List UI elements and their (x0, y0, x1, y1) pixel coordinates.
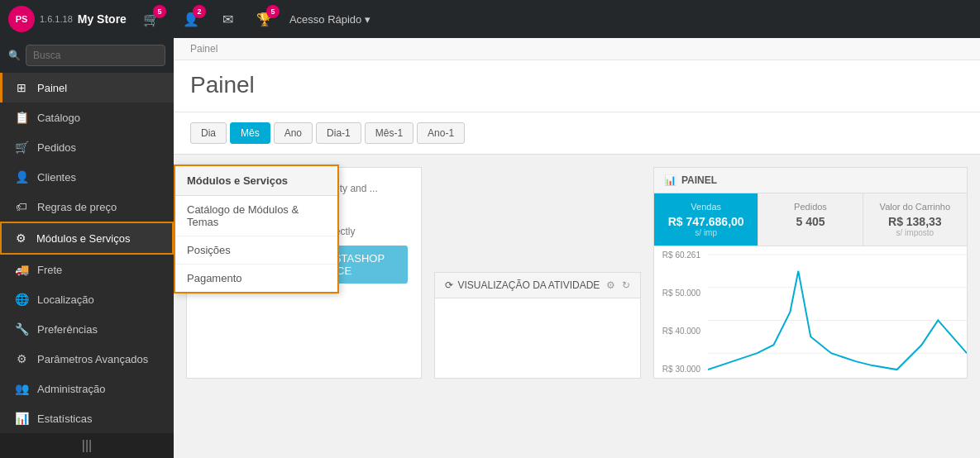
chart-label-0: R$ 60.261 (658, 250, 704, 260)
refresh-icon[interactable]: ↻ (622, 279, 630, 291)
page-header: Painel (174, 60, 980, 112)
sidebar-label-painel: Painel (37, 82, 67, 94)
activity-panel: ⟳ VISUALIZAÇÃO DA ATIVIDADE ⚙ ↻ (434, 272, 642, 379)
sidebar-collapse-btn[interactable]: ||| (0, 433, 174, 458)
location-icon: 🌐 (14, 293, 29, 306)
modules-icon: ⚙ (13, 231, 28, 245)
orders-icon: 🛒 (14, 141, 29, 154)
sidebar-label-catalogo: Catálogo (37, 112, 80, 124)
stat-carrinho-label: Valor do Carrinho (872, 202, 958, 212)
stat-vendas[interactable]: Vendas R$ 747.686,00 s/ imp (654, 193, 758, 246)
stat-pedidos-label: Pedidos (767, 202, 853, 212)
chart-yaxis: R$ 60.261 R$ 50.000 R$ 40.000 R$ 30.000 (654, 246, 708, 378)
sidebar-item-catalogo[interactable]: 📋 Catálogo (0, 103, 174, 132)
tab-dia[interactable]: Dia (190, 122, 227, 144)
search-bar: 🔍 (0, 38, 174, 73)
dropdown-item-1[interactable]: Posições (175, 236, 337, 265)
sidebar-label-parametros: Parâmetros Avançados (37, 353, 148, 365)
sidebar-label-regras: Regras de preço (37, 201, 117, 213)
activity-header: ⟳ VISUALIZAÇÃO DA ATIVIDADE ⚙ ↻ (435, 273, 641, 298)
collapse-icon: ||| (82, 438, 92, 453)
tab-dia1[interactable]: Dia-1 (316, 122, 361, 144)
activity-title: ⟳ VISUALIZAÇÃO DA ATIVIDADE (445, 279, 600, 291)
sidebar-item-clientes[interactable]: 👤 Clientes (0, 162, 174, 192)
top-navbar: PS 1.6.1.18 My Store 🛒 5 👤 2 ✉ 🏆 5 Acess… (0, 0, 980, 38)
stat-carrinho-subtext: s/ imposto (872, 228, 958, 237)
shipping-icon: 🚚 (14, 263, 29, 276)
preferences-icon: 🔧 (14, 322, 29, 336)
chart-label-1: R$ 50.000 (658, 289, 704, 298)
sidebar-item-regras[interactable]: 🏷 Regras de preço (0, 192, 174, 222)
customers-icon: 👤 (14, 170, 29, 184)
stat-vendas-subtext: s/ imp (662, 228, 749, 237)
stat-vendas-label: Vendas (662, 202, 749, 212)
admin-icon: 👥 (14, 382, 29, 395)
filter-tabs: Dia Mês Ano Dia-1 Mês-1 Ano-1 (174, 112, 980, 155)
sidebar-label-administracao: Administração (37, 383, 105, 395)
content-area: Painel Painel Dia Mês Ano Dia-1 Mês-1 An… (174, 38, 980, 458)
user-icon-btn[interactable]: 👤 2 (176, 8, 206, 31)
painel-header: 📊 PAINEL (653, 167, 968, 193)
module-panel-placeholder (434, 167, 642, 272)
logo-area: PS 1.6.1.18 My Store (8, 6, 127, 32)
sidebar-label-frete: Frete (37, 264, 62, 276)
dropdown-item-0[interactable]: Catálogo de Módulos & Temas (175, 196, 337, 236)
price-rules-icon: 🏷 (14, 200, 29, 213)
sidebar-label-preferencias: Preferências (37, 323, 98, 336)
left-panels: ⟳ VISUALIZAÇÃO DA ATIVIDADE ⚙ ↻ (434, 167, 642, 379)
tab-ano1[interactable]: Ano-1 (417, 122, 465, 144)
chart-area: R$ 60.261 R$ 50.000 R$ 40.000 R$ 30.000 (653, 246, 968, 379)
chevron-down-icon: ▾ (365, 13, 370, 26)
clock-icon: ⟳ (445, 279, 453, 291)
stat-carrinho-value: R$ 138,33 (872, 215, 958, 228)
search-icon: 🔍 (8, 50, 21, 61)
advanced-icon: ⚙ (14, 352, 29, 365)
sidebar-item-administracao[interactable]: 👥 Administração (0, 374, 174, 403)
sidebar-item-modulos[interactable]: ⚙ Módulos e Serviços (0, 222, 174, 255)
store-name: My Store (78, 12, 127, 26)
chart-icon: 📊 (664, 174, 676, 186)
dashboard-icon: ⊞ (14, 81, 29, 94)
user-badge: 2 (193, 5, 206, 18)
trophy-badge: 5 (266, 5, 280, 18)
tab-mes1[interactable]: Mês-1 (365, 122, 414, 144)
email-icon-btn[interactable]: ✉ (216, 8, 240, 31)
sidebar-label-pedidos: Pedidos (37, 141, 76, 154)
search-input[interactable] (26, 45, 165, 66)
dashboard-panel: 📊 PAINEL Vendas R$ 747.686,00 s/ imp Ped… (653, 167, 968, 379)
cart-badge: 5 (153, 5, 166, 18)
cart-icon-btn[interactable]: 🛒 5 (136, 8, 166, 31)
stat-vendas-value: R$ 747.686,00 (662, 215, 749, 228)
tab-mes[interactable]: Mês (230, 122, 270, 144)
settings-icon[interactable]: ⚙ (606, 279, 615, 291)
stat-pedidos-value: 5 405 (767, 215, 853, 228)
sidebar-label-clientes: Clientes (37, 171, 76, 184)
sidebar-item-parametros[interactable]: ⚙ Parâmetros Avançados (0, 344, 174, 374)
acesso-rapido-btn[interactable]: Acesso Rápido ▾ (289, 13, 370, 26)
tab-ano[interactable]: Ano (274, 122, 313, 144)
stat-carrinho[interactable]: Valor do Carrinho R$ 138,33 s/ imposto (863, 193, 967, 246)
chart-label-2: R$ 40.000 (658, 327, 704, 336)
stats-icon: 📊 (14, 412, 29, 425)
catalog-icon: 📋 (14, 111, 29, 124)
sidebar-item-painel[interactable]: ⊞ Painel (0, 73, 174, 103)
stat-pedidos[interactable]: Pedidos 5 405 (758, 193, 863, 246)
sidebar-item-estatisticas[interactable]: 📊 Estatísticas (0, 403, 174, 433)
sidebar-item-pedidos[interactable]: 🛒 Pedidos (0, 132, 174, 162)
sidebar-item-frete[interactable]: 🚚 Frete (0, 255, 174, 284)
dropdown-menu: Módulos e Serviços Catálogo de Módulos &… (174, 165, 339, 293)
sidebar-label-modulos: Módulos e Serviços (36, 232, 130, 245)
dropdown-title: Módulos e Serviços (175, 166, 337, 196)
stats-row: Vendas R$ 747.686,00 s/ imp Pedidos 5 40… (653, 193, 968, 246)
sidebar-label-estatisticas: Estatísticas (37, 413, 92, 425)
sidebar-item-localizacao[interactable]: 🌐 Localização (0, 284, 174, 314)
sidebar-item-preferencias[interactable]: 🔧 Preferências (0, 314, 174, 344)
chart-label-3: R$ 30.000 (658, 365, 704, 374)
trophy-icon-btn[interactable]: 🏆 5 (250, 8, 280, 31)
breadcrumb: Painel (174, 38, 980, 60)
version-badge: 1.6.1.18 (40, 14, 73, 24)
chart-svg-area (708, 246, 967, 378)
main-layout: 🔍 ⊞ Painel 📋 Catálogo 🛒 Pedidos 👤 Client… (0, 38, 980, 458)
dropdown-item-2[interactable]: Pagamento (175, 265, 337, 292)
sidebar: 🔍 ⊞ Painel 📋 Catálogo 🛒 Pedidos 👤 Client… (0, 38, 174, 458)
